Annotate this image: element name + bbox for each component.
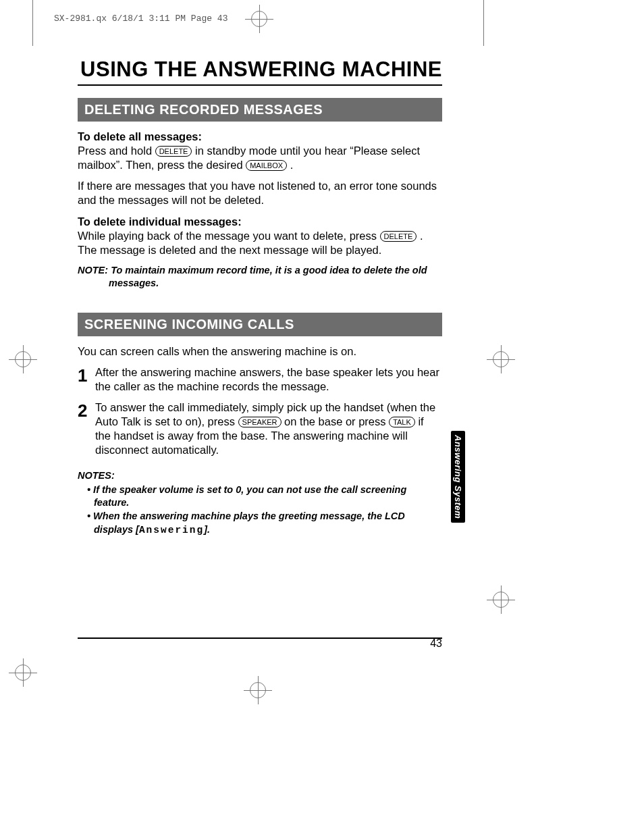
section-deleting-body: To delete all messages: Press and hold D… — [78, 130, 442, 290]
text: While playing back of the message you wa… — [78, 230, 380, 242]
registration-mark-mid-left — [15, 351, 31, 367]
text: on the base or press — [284, 415, 389, 427]
registration-mark-top — [251, 11, 267, 27]
keycap-delete: DELETE — [155, 146, 192, 157]
text: You can screen calls when the answering … — [78, 344, 442, 359]
step-number: 2 — [78, 400, 95, 457]
text: If there are messages that you have not … — [78, 179, 442, 207]
section-screening-body: You can screen calls when the answering … — [78, 344, 442, 538]
title-rule — [78, 84, 442, 86]
keycap-talk: TALK — [389, 417, 415, 427]
note-item: • When the answering machine plays the g… — [87, 510, 442, 537]
keycap-mailbox: MAILBOX — [246, 160, 287, 171]
print-slug: SX-2981.qx 6/18/1 3:11 PM Page 43 — [54, 14, 227, 24]
step-2: 2 To answer the call immediately, simply… — [78, 400, 442, 457]
note-item: • If the speaker volume is set to 0, you… — [87, 484, 442, 510]
subheading-delete-individual: To delete individual messages: — [78, 215, 242, 228]
note-delete-old: NOTE: To maintain maximum record time, i… — [78, 264, 442, 290]
step-text: After the answering machine answers, the… — [95, 365, 442, 394]
notes-heading: NOTES: — [78, 469, 442, 482]
registration-mark-mid-right — [493, 351, 509, 367]
keycap-speaker: SPEAKER — [238, 417, 281, 427]
page-title: USING THE ANSWERING MACHINE — [78, 57, 442, 82]
notes-block: NOTES: • If the speaker volume is set to… — [78, 469, 442, 537]
step-number: 1 — [78, 365, 95, 394]
step-1: 1 After the answering machine answers, t… — [78, 365, 442, 394]
section-heading-deleting: DELETING RECORDED MESSAGES — [78, 98, 442, 122]
page-number: 43 — [78, 637, 442, 650]
step-text: To answer the call immediately, simply p… — [95, 400, 442, 457]
side-tab-answering-system: Answering System — [451, 431, 465, 523]
section-heading-screening: SCREENING INCOMING CALLS — [78, 313, 442, 336]
registration-mark-bottom-center — [250, 682, 266, 698]
page-content: USING THE ANSWERING MACHINE DELETING REC… — [78, 57, 442, 537]
subheading-delete-all: To delete all messages: — [78, 130, 202, 142]
crop-line-right — [483, 0, 484, 46]
keycap-delete: DELETE — [380, 231, 417, 242]
registration-mark-right — [493, 592, 509, 608]
registration-mark-bottom-left — [15, 664, 31, 681]
crop-line-left — [32, 0, 33, 46]
text: Press and hold — [78, 145, 155, 157]
text: . — [290, 159, 294, 171]
